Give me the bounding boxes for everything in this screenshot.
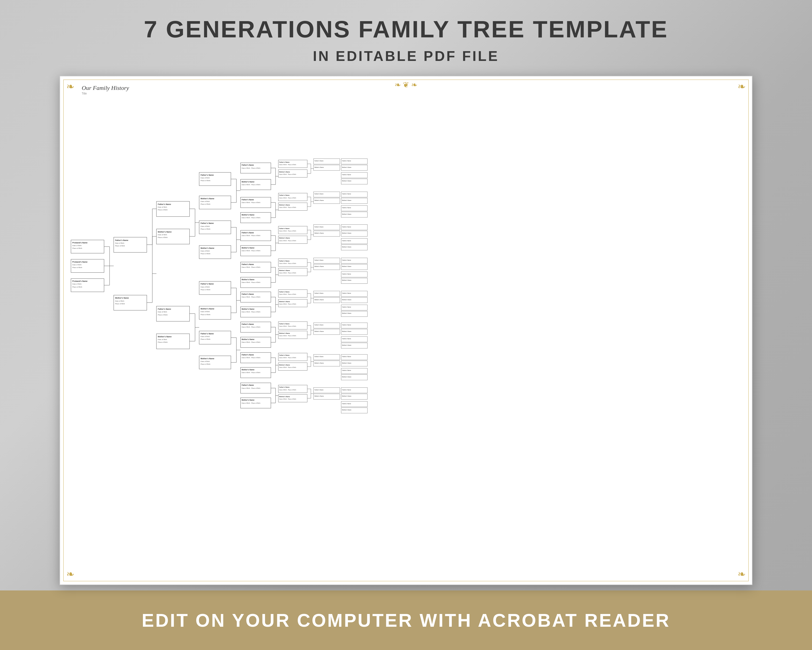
svg-text:Mother's Name: Mother's Name xyxy=(279,204,290,206)
svg-text:Mother's Name: Mother's Name xyxy=(342,313,351,314)
svg-text:Date of Birth · Place of Birth: Date of Birth · Place of Birth xyxy=(242,388,260,389)
svg-text:Mother's Name: Mother's Name xyxy=(342,265,351,267)
svg-text:Father's Name: Father's Name xyxy=(279,161,289,163)
svg-text:Date of Birth · Place of Birth: Date of Birth · Place of Birth xyxy=(279,335,296,337)
svg-text:Father's Name: Father's Name xyxy=(342,403,351,404)
svg-text:Date of Birth · Place of Birth: Date of Birth · Place of Birth xyxy=(242,266,260,268)
svg-text:Date of Birth · Place of Birth: Date of Birth · Place of Birth xyxy=(279,389,296,391)
svg-text:Father's Name: Father's Name xyxy=(342,207,351,209)
svg-text:Date of Birth · Place of Birth: Date of Birth · Place of Birth xyxy=(279,240,296,241)
svg-text:Mother's Name: Mother's Name xyxy=(314,331,324,332)
svg-text:Mother's Name: Mother's Name xyxy=(314,362,324,364)
svg-text:Proband's Name: Proband's Name xyxy=(72,242,87,244)
svg-text:Place of Birth: Place of Birth xyxy=(158,341,168,343)
svg-text:Father's Name: Father's Name xyxy=(342,338,351,339)
svg-text:Father's Name: Father's Name xyxy=(115,239,128,241)
tree-container: Proband's Name Date of Birth Place of Bi… xyxy=(68,97,746,576)
svg-text:Mother's Name: Mother's Name xyxy=(314,299,324,301)
svg-text:Date of Birth · Place of Birth: Date of Birth · Place of Birth xyxy=(279,398,296,400)
corner-ornament-tr: ❧ xyxy=(734,78,750,95)
svg-text:Father's Name: Father's Name xyxy=(242,263,254,265)
svg-text:Date of Birth · Place of Birth: Date of Birth · Place of Birth xyxy=(242,296,260,298)
svg-text:Date of Birth: Date of Birth xyxy=(201,225,210,227)
svg-text:Father's Name: Father's Name xyxy=(279,228,289,229)
svg-text:Place of Birth: Place of Birth xyxy=(72,286,82,288)
svg-text:Date of Birth · Place of Birth: Date of Birth · Place of Birth xyxy=(279,303,296,305)
svg-text:Date of Birth · Place of Birth: Date of Birth · Place of Birth xyxy=(242,184,260,185)
bottom-text: EDIT ON YOUR COMPUTER WITH ACROBAT READE… xyxy=(142,610,670,631)
svg-text:Date of Birth · Place of Birth: Date of Birth · Place of Birth xyxy=(279,366,296,368)
svg-text:Mother's Name: Mother's Name xyxy=(342,213,351,215)
svg-text:Mother's Name: Mother's Name xyxy=(342,246,351,248)
svg-text:Mother's Name: Mother's Name xyxy=(279,301,290,302)
svg-text:Mother's Name: Mother's Name xyxy=(342,395,351,397)
svg-text:Father's Name: Father's Name xyxy=(314,292,324,294)
svg-text:Place of Birth: Place of Birth xyxy=(201,363,210,365)
svg-text:Date of Birth · Place of Birth: Date of Birth · Place of Birth xyxy=(242,402,260,404)
svg-text:Mother's Name: Mother's Name xyxy=(314,395,324,397)
svg-text:Father's Name: Father's Name xyxy=(242,354,254,356)
svg-text:Mother's Name: Mother's Name xyxy=(314,232,324,234)
svg-text:Date of Birth · Place of Birth: Date of Birth · Place of Birth xyxy=(279,206,296,208)
svg-text:Father's Name: Father's Name xyxy=(342,259,351,261)
svg-text:Father's Name: Father's Name xyxy=(279,386,289,388)
svg-text:Date of Birth: Date of Birth xyxy=(201,360,210,362)
svg-text:Father's Name: Father's Name xyxy=(242,384,254,386)
svg-text:Date of Birth · Place of Birth: Date of Birth · Place of Birth xyxy=(279,262,296,264)
svg-text:Place of Birth: Place of Birth xyxy=(201,313,210,315)
svg-text:Proband's Name: Proband's Name xyxy=(72,280,87,282)
svg-text:Mother's Name: Mother's Name xyxy=(342,409,351,411)
svg-text:Mother's Name: Mother's Name xyxy=(342,299,351,301)
svg-text:Place of Birth: Place of Birth xyxy=(201,253,210,255)
svg-text:Date of Birth: Date of Birth xyxy=(201,311,210,313)
svg-text:Date of Birth: Date of Birth xyxy=(72,283,81,285)
svg-text:Date of Birth: Date of Birth xyxy=(158,339,167,340)
svg-text:Father's Name: Father's Name xyxy=(201,283,214,285)
svg-text:Mother's Name: Mother's Name xyxy=(242,247,255,249)
svg-text:Date of Birth: Date of Birth xyxy=(201,250,210,252)
svg-text:Place of Birth: Place of Birth xyxy=(115,245,125,247)
svg-text:Mother's Name: Mother's Name xyxy=(279,333,290,334)
svg-text:Mother's Name: Mother's Name xyxy=(314,200,324,201)
svg-text:Date of Birth: Date of Birth xyxy=(72,244,81,246)
svg-text:Place of Birth: Place of Birth xyxy=(158,237,168,238)
paper-subtitle-label: Title xyxy=(82,92,129,95)
svg-text:Father's Name: Father's Name xyxy=(342,389,351,391)
svg-text:Father's Name: Father's Name xyxy=(279,194,289,196)
svg-text:Mother's Name: Mother's Name xyxy=(158,231,172,233)
corner-ornament-tl: ❧ xyxy=(62,78,78,95)
top-ornament: ❧ ❦ ❧ xyxy=(395,81,418,89)
svg-text:Father's Name: Father's Name xyxy=(342,273,351,275)
svg-text:Date of Birth · Place of Birth: Date of Birth · Place of Birth xyxy=(242,341,260,343)
svg-text:Date of Birth: Date of Birth xyxy=(72,264,81,265)
svg-text:Father's Name: Father's Name xyxy=(342,369,351,371)
svg-text:Mother's Name: Mother's Name xyxy=(201,308,214,310)
svg-text:Father's Name: Father's Name xyxy=(314,193,324,195)
svg-text:Mother's Name: Mother's Name xyxy=(115,297,129,299)
svg-text:Place of Birth: Place of Birth xyxy=(158,209,168,211)
svg-text:Date of Birth · Place of Birth: Date of Birth · Place of Birth xyxy=(279,325,296,327)
svg-text:Date of Birth · Place of Birth: Date of Birth · Place of Birth xyxy=(242,167,260,169)
svg-text:Mother's Name: Mother's Name xyxy=(242,308,255,310)
svg-text:Date of Birth · Place of Birth: Date of Birth · Place of Birth xyxy=(279,272,296,274)
svg-text:Mother's Name: Mother's Name xyxy=(342,279,351,281)
svg-text:Date of Birth: Date of Birth xyxy=(115,300,124,302)
svg-text:Father's Name: Father's Name xyxy=(242,323,254,325)
svg-text:Proband's Name: Proband's Name xyxy=(72,261,87,263)
svg-text:Father's Name: Father's Name xyxy=(342,356,351,357)
svg-text:Father's Name: Father's Name xyxy=(342,306,351,308)
svg-text:Date of Birth: Date of Birth xyxy=(201,336,210,337)
svg-text:Father's Name: Father's Name xyxy=(342,174,351,175)
svg-text:Date of Birth: Date of Birth xyxy=(201,200,210,202)
svg-text:Date of Birth: Date of Birth xyxy=(201,286,210,288)
svg-text:Mother's Name: Mother's Name xyxy=(342,344,351,346)
svg-text:Mother's Name: Mother's Name xyxy=(314,265,324,267)
svg-text:Father's Name: Father's Name xyxy=(342,226,351,228)
svg-text:Mother's Name: Mother's Name xyxy=(201,358,214,360)
svg-text:Date of Birth: Date of Birth xyxy=(201,177,210,179)
svg-text:Father's Name: Father's Name xyxy=(242,232,254,233)
svg-text:Father's Name: Father's Name xyxy=(342,240,351,241)
svg-text:Father's Name: Father's Name xyxy=(158,308,171,310)
svg-text:Date of Birth · Place of Birth: Date of Birth · Place of Birth xyxy=(242,235,260,237)
svg-text:Place of Birth: Place of Birth xyxy=(72,247,82,249)
